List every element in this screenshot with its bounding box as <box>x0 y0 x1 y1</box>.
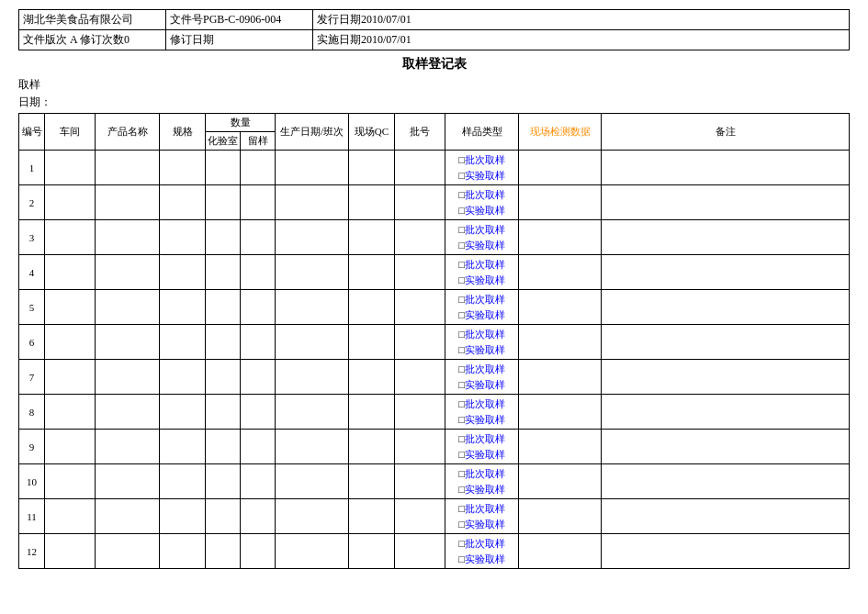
table-row: 10批次取样实验取样 <box>19 464 850 499</box>
row-workshop <box>45 185 96 220</box>
sample-type-batch: 批次取样 <box>447 396 516 412</box>
row-qc <box>349 151 395 185</box>
row-prod-date <box>276 534 349 569</box>
sample-date-label: 取样日期： <box>18 76 850 111</box>
header-batch: 批号 <box>395 114 445 151</box>
company-name: 湖北华美食品有限公司 <box>19 10 166 30</box>
row-sample-type: 批次取样实验取样 <box>445 151 519 185</box>
row-product <box>96 151 160 185</box>
row-test-data <box>519 325 602 360</box>
sample-type-experiment: 实验取样 <box>447 273 516 288</box>
row-workshop <box>45 325 96 360</box>
row-sample-type: 批次取样实验取样 <box>445 499 519 534</box>
row-batch <box>395 255 445 290</box>
sample-type-experiment: 实验取样 <box>447 342 516 358</box>
row-num: 4 <box>19 255 45 290</box>
sample-type-experiment: 实验取样 <box>447 517 516 532</box>
row-test-data <box>519 255 602 290</box>
row-workshop <box>45 430 96 464</box>
row-test-data <box>519 464 602 499</box>
header-qty: 数量 <box>206 114 276 132</box>
table-row: 6批次取样实验取样 <box>19 325 850 360</box>
table-row: 1批次取样实验取样 <box>19 151 850 185</box>
row-test-data <box>519 395 602 430</box>
sample-type-experiment: 实验取样 <box>447 552 516 567</box>
row-spec <box>160 499 206 534</box>
row-qc <box>349 395 395 430</box>
header-num: 编号 <box>19 114 45 151</box>
row-sample-type: 批次取样实验取样 <box>445 534 519 569</box>
row-qty-res <box>241 185 276 220</box>
row-remark <box>602 499 850 534</box>
row-remark <box>602 395 850 430</box>
row-qc <box>349 185 395 220</box>
row-qc <box>349 255 395 290</box>
row-test-data <box>519 430 602 464</box>
header-product: 产品名称 <box>96 114 160 151</box>
row-batch <box>395 151 445 185</box>
row-product <box>96 325 160 360</box>
row-test-data <box>519 534 602 569</box>
row-workshop <box>45 255 96 290</box>
row-qty-lab <box>206 151 241 185</box>
row-prod-date <box>276 151 349 185</box>
row-remark <box>602 255 850 290</box>
row-qty-res <box>241 430 276 464</box>
row-workshop <box>45 151 96 185</box>
row-test-data <box>519 499 602 534</box>
row-qty-res <box>241 360 276 395</box>
row-remark <box>602 151 850 185</box>
row-qty-lab <box>206 430 241 464</box>
row-qty-lab <box>206 290 241 325</box>
row-product <box>96 499 160 534</box>
row-prod-date <box>276 360 349 395</box>
sample-type-experiment: 实验取样 <box>447 203 516 218</box>
sample-type-experiment: 实验取样 <box>447 412 516 428</box>
header-test-data: 现场检测数据 <box>519 114 602 151</box>
sample-type-experiment: 实验取样 <box>447 447 516 463</box>
row-qty-res <box>241 499 276 534</box>
row-workshop <box>45 464 96 499</box>
sample-type-batch: 批次取样 <box>447 501 516 517</box>
row-product <box>96 360 160 395</box>
table-row: 8批次取样实验取样 <box>19 395 850 430</box>
row-qc <box>349 499 395 534</box>
row-prod-date <box>276 464 349 499</box>
row-sample-type: 批次取样实验取样 <box>445 360 519 395</box>
row-sample-type: 批次取样实验取样 <box>445 395 519 430</box>
sample-type-batch: 批次取样 <box>447 327 516 342</box>
row-remark <box>602 220 850 255</box>
row-workshop <box>45 395 96 430</box>
sample-type-batch: 批次取样 <box>447 257 516 273</box>
row-qty-res <box>241 325 276 360</box>
sample-type-batch: 批次取样 <box>447 152 516 168</box>
row-spec <box>160 255 206 290</box>
sample-type-batch: 批次取样 <box>447 187 516 203</box>
row-qty-lab <box>206 499 241 534</box>
row-remark <box>602 290 850 325</box>
row-qty-lab <box>206 325 241 360</box>
row-sample-type: 批次取样实验取样 <box>445 464 519 499</box>
row-qty-res <box>241 534 276 569</box>
revision-date: 修订日期 <box>166 30 313 50</box>
row-qc <box>349 534 395 569</box>
row-product <box>96 255 160 290</box>
sample-type-experiment: 实验取样 <box>447 307 516 323</box>
row-workshop <box>45 220 96 255</box>
row-workshop <box>45 290 96 325</box>
row-remark <box>602 534 850 569</box>
row-batch <box>395 464 445 499</box>
row-sample-type: 批次取样实验取样 <box>445 430 519 464</box>
row-prod-date <box>276 395 349 430</box>
row-product <box>96 395 160 430</box>
table-row: 2批次取样实验取样 <box>19 185 850 220</box>
table-row: 9批次取样实验取样 <box>19 430 850 464</box>
row-workshop <box>45 360 96 395</box>
row-product <box>96 430 160 464</box>
row-qc <box>349 325 395 360</box>
row-sample-type: 批次取样实验取样 <box>445 290 519 325</box>
row-batch <box>395 220 445 255</box>
main-table: 编号 车间 产品名称 规格 数量 生产日期/班次 现场QC 批号 样品类型 现场… <box>18 113 850 569</box>
row-remark <box>602 430 850 464</box>
sample-type-batch: 批次取样 <box>447 222 516 238</box>
